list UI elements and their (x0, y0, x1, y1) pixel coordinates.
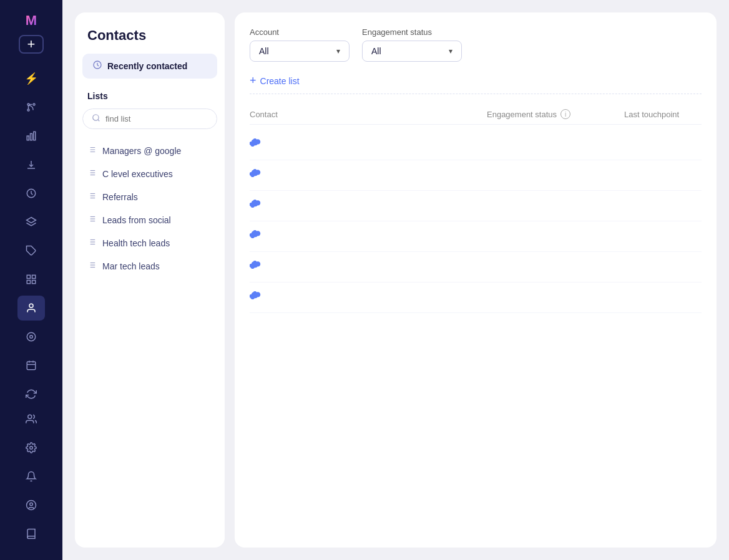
book-icon[interactable] (17, 521, 45, 546)
chart-icon[interactable] (17, 123, 45, 148)
layers-icon[interactable] (17, 210, 45, 234)
table-header: Contact Engagement status i Last touchpo… (250, 104, 702, 125)
circle-icon[interactable] (17, 324, 45, 349)
list-icon (87, 238, 96, 248)
search-icon (92, 113, 100, 124)
sync-icon[interactable] (17, 382, 45, 407)
contact-column-header: Contact (250, 110, 487, 119)
list-item[interactable]: C level executives (82, 162, 217, 185)
engagement-filter-select[interactable]: All ▾ (362, 41, 462, 62)
list-item[interactable]: Leads from social (82, 208, 217, 231)
main-area: Contacts Recently contacted Lists Manage… (62, 0, 729, 560)
table-row (250, 252, 702, 282)
svg-point-1 (33, 104, 35, 105)
account-filter-select[interactable]: All ▾ (250, 41, 350, 62)
svg-point-13 (29, 304, 33, 307)
divider (250, 94, 702, 94)
add-button[interactable]: + (19, 35, 44, 54)
chevron-down-icon: ▾ (449, 47, 453, 56)
recently-contacted-item[interactable]: Recently contacted (82, 54, 217, 79)
svg-point-15 (30, 336, 33, 339)
list-item-label: Referrals (102, 192, 138, 202)
bell-icon[interactable] (17, 464, 45, 489)
lightning-icon[interactable]: ⚡ (17, 66, 45, 91)
page-title: Contacts (75, 27, 225, 54)
contact-cell (250, 291, 487, 304)
salesforce-icon (250, 261, 267, 273)
contact-cell (250, 230, 487, 243)
git-branch-icon[interactable] (17, 95, 45, 120)
recently-contacted-label: Recently contacted (107, 61, 187, 71)
create-list-button[interactable]: + Create list (250, 74, 702, 87)
engagement-filter-label: Engagement status (362, 27, 462, 37)
sidebar: Contacts Recently contacted Lists Manage… (75, 12, 225, 548)
engagement-column-header: Engagement status i (487, 109, 624, 119)
svg-rect-5 (34, 132, 36, 140)
list-item-label: C level executives (102, 169, 173, 179)
svg-rect-16 (27, 362, 36, 370)
list-icon (87, 215, 96, 225)
plus-icon: + (250, 74, 257, 87)
svg-point-2 (27, 109, 29, 111)
user-circle-icon[interactable] (17, 493, 45, 518)
list-icon (87, 261, 96, 271)
salesforce-icon (250, 138, 267, 151)
table-row (250, 191, 702, 221)
table-row (250, 282, 702, 313)
list-icon (87, 168, 96, 179)
salesforce-icon (250, 169, 267, 181)
recently-contacted-icon (92, 60, 102, 72)
svg-rect-10 (32, 275, 36, 278)
list-icon (87, 191, 96, 202)
lists-section: Lists Managers @ google C level executiv… (75, 91, 225, 278)
list-item-label: Health tech leads (102, 238, 170, 248)
team-icon[interactable] (17, 407, 45, 432)
list-item[interactable]: Referrals (82, 185, 217, 208)
calendar-icon[interactable] (17, 353, 45, 378)
account-filter-group: Account All ▾ (250, 27, 350, 62)
app-logo: M (12, 12, 50, 29)
settings-icon[interactable] (17, 435, 45, 460)
svg-point-14 (27, 332, 36, 341)
account-filter-value: All (259, 46, 269, 56)
engagement-filter-value: All (371, 46, 381, 56)
salesforce-icon (250, 200, 267, 212)
list-item-label: Mar tech leads (102, 261, 160, 271)
list-item-label: Leads from social (102, 215, 171, 225)
table-row (250, 221, 702, 252)
svg-point-25 (93, 115, 99, 120)
download-icon[interactable] (17, 152, 45, 177)
list-item[interactable]: Managers @ google (82, 139, 217, 162)
svg-point-23 (30, 503, 33, 506)
list-icon (87, 145, 96, 156)
tag-icon[interactable] (17, 238, 45, 263)
clock-icon[interactable] (17, 181, 45, 206)
svg-marker-7 (27, 218, 36, 223)
list-item[interactable]: Mar tech leads (82, 254, 217, 278)
chevron-down-icon: ▾ (336, 47, 340, 56)
lists-header: Lists (82, 91, 217, 109)
search-input[interactable] (105, 114, 208, 123)
contact-cell (250, 261, 487, 273)
create-list-label: Create list (260, 76, 300, 86)
engagement-filter-group: Engagement status All ▾ (362, 27, 462, 62)
info-icon: i (560, 109, 570, 119)
logo-text: M (26, 12, 37, 29)
list-item[interactable]: Health tech leads (82, 231, 217, 254)
svg-point-21 (30, 447, 33, 450)
list-item-label: Managers @ google (102, 146, 181, 156)
contact-cell (250, 138, 487, 151)
contacts-icon[interactable] (17, 296, 45, 321)
grid-icon[interactable] (17, 267, 45, 292)
contact-cell (250, 169, 487, 181)
content-panel: Account All ▾ Engagement status All ▾ + … (235, 12, 717, 548)
account-filter-label: Account (250, 27, 350, 37)
filters-row: Account All ▾ Engagement status All ▾ (250, 27, 702, 62)
nav-bottom (17, 407, 45, 553)
salesforce-icon (250, 291, 267, 304)
list-search-box[interactable] (82, 109, 217, 129)
svg-rect-4 (31, 133, 32, 140)
svg-point-20 (28, 415, 32, 418)
table-row (250, 160, 702, 191)
svg-line-26 (98, 120, 100, 122)
